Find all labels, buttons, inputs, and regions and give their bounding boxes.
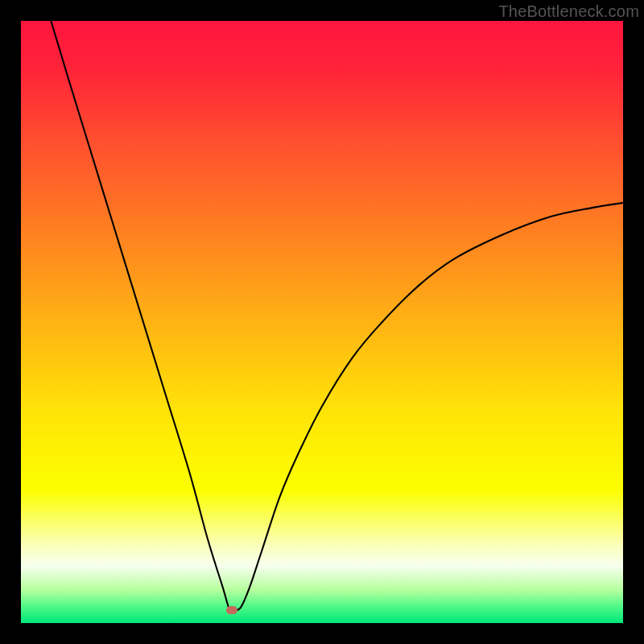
- bottleneck-curve: [21, 21, 623, 623]
- chart-frame: TheBottleneck.com: [0, 0, 644, 644]
- watermark-text: TheBottleneck.com: [498, 2, 639, 21]
- optimal-point-marker: [226, 606, 237, 614]
- plot-area: [21, 21, 623, 623]
